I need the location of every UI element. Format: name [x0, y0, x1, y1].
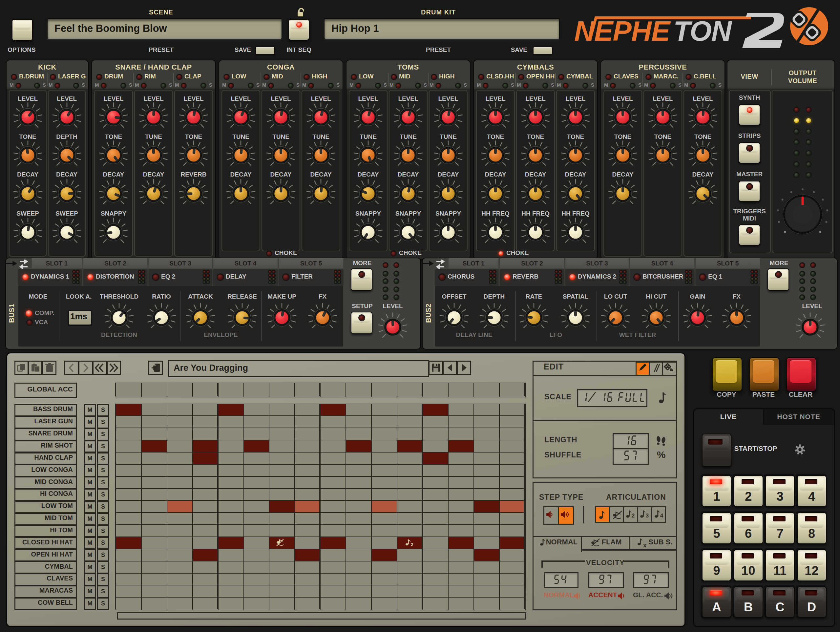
svg-text:NEPHE: NEPHE: [574, 15, 671, 47]
svg-text:2: 2: [411, 542, 413, 547]
svg-text:TON: TON: [673, 15, 733, 47]
